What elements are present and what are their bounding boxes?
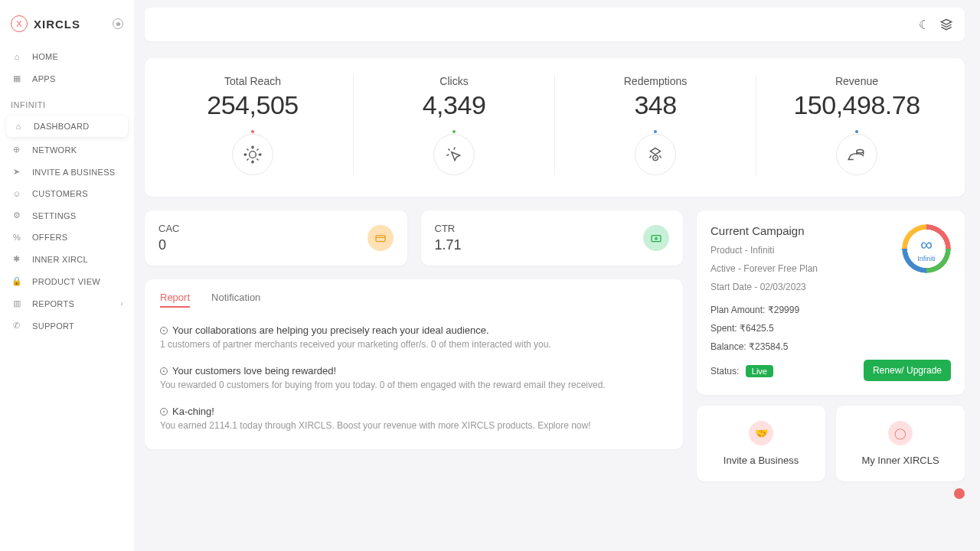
home-icon: ⌂ [11,52,23,61]
revenue-icon [836,134,877,175]
nav-offers[interactable]: %OFFERS [0,227,134,248]
redemptions-icon [635,134,676,175]
report-item: Your customers love being rewarded! You … [160,357,668,398]
svg-point-1 [250,152,256,158]
nav-home-label: HOME [32,52,58,61]
metric-revenue: Revenue 150,498.78 [756,75,957,175]
percent-icon: % [11,233,23,242]
metric-redemptions-value: 348 [563,90,748,120]
svg-line-14 [448,148,449,150]
nav-inner-xircl[interactable]: ✱INNER XIRCL [0,248,134,270]
layers-icon[interactable] [940,18,952,31]
chevron-right-icon: › [120,299,123,308]
nav-customers-label: CUSTOMERS [32,189,88,198]
svg-line-16 [446,155,449,155]
lock-icon: 🔒 [11,276,23,286]
help-badge-icon[interactable] [954,488,965,499]
metric-redemptions-label: Redemptions [563,75,748,87]
tab-notification[interactable]: Notification [211,292,260,308]
nav-home[interactable]: ⌂HOME [0,46,134,67]
nav-support-label: SUPPORT [32,321,74,331]
circle-icon: ◯ [888,421,913,445]
grid-icon: ▦ [11,73,23,83]
nav-apps-label: APPS [32,74,56,83]
campaign-card: Current Campaign Product - Infiniti Acti… [697,210,965,395]
right-column: Current Campaign Product - Infiniti Acti… [697,210,965,481]
svg-point-23 [655,237,658,240]
metric-clicks: Clicks 4,349 [354,75,555,175]
report-desc: 1 customers of partner merchants receive… [160,339,668,350]
chart-icon: ▥ [11,298,23,308]
nav-network[interactable]: ⊕NETWORK [0,139,134,161]
metrics-row: Total Reach 254,505 Clicks 4,349 Redempt… [145,58,965,197]
nav-section-header: INFINITI [0,90,134,114]
metric-clicks-value: 4,349 [361,90,547,120]
report-title: Ka-ching! [172,406,214,417]
theme-toggle-icon[interactable]: ☾ [919,18,929,32]
svg-rect-20 [376,236,385,242]
reports-card: Report Notification Your collaborations … [145,279,683,449]
nav-reports-label: REPORTS [32,299,74,308]
tab-report[interactable]: Report [160,292,190,308]
status-live-badge: Live [746,365,773,377]
svg-marker-0 [941,19,951,24]
inner-xircls-label: My Inner XIRCLS [844,455,957,466]
svg-line-9 [256,148,258,150]
nav-dashboard[interactable]: ⌂DASHBOARD [6,116,128,137]
report-item: Your collaborations are helping you prec… [160,317,668,357]
reach-icon [232,134,273,175]
metric-revenue-label: Revenue [764,75,949,87]
sidebar: X XIRCLS ⌂HOME ▦APPS INFINITI ⌂DASHBOARD… [0,0,134,551]
ctr-card: CTR 1.71 [421,210,684,266]
nav-settings[interactable]: ⚙SETTINGS [0,204,134,227]
nav-settings-label: SETTINGS [32,211,76,220]
renew-upgrade-button[interactable]: Renew/ Upgrade [864,360,951,381]
ctr-value: 1.71 [435,237,462,253]
metric-reach-value: 254,505 [160,90,345,120]
nav-product-view-label: PRODUCT VIEW [32,277,100,286]
svg-line-6 [247,148,248,150]
report-desc: You rewarded 0 customers for buying from… [160,380,668,390]
clicks-icon [433,134,475,175]
svg-line-8 [247,158,248,160]
reports-list[interactable]: Your collaborations are helping you prec… [160,317,680,439]
bullet-icon [160,367,168,375]
campaign-logo: ∞ Infiniti [902,224,951,273]
bullet-icon [160,327,168,334]
report-desc: You earned 2114.1 today through XIRCLS. … [160,420,668,431]
topbar: ☾ [145,8,965,41]
campaign-spent: Spent: ₹6425.5 [710,323,951,334]
invite-business-card[interactable]: 🤝 Invite a Business [697,406,825,481]
svg-line-7 [256,158,258,160]
nav-customers[interactable]: ☺CUSTOMERS [0,183,134,204]
main-content: ☾ Total Reach 254,505 Clicks 4,349 Redem… [134,0,980,551]
infinity-icon: ∞ [917,235,936,255]
tabs: Report Notification [160,290,680,308]
bullet-icon [160,408,168,416]
cac-card: CAC 0 [145,210,407,266]
brand-name: XIRCLS [34,18,80,31]
globe-icon: ⊕ [11,145,23,155]
report-title: Your customers love being rewarded! [172,365,336,377]
nav-reports[interactable]: ▥REPORTS› [0,292,134,315]
report-title: Your collaborations are helping you prec… [172,324,489,336]
gear-icon: ⚙ [11,210,23,220]
campaign-logo-label: Infiniti [917,255,936,262]
metric-clicks-label: Clicks [361,75,547,87]
inner-xircls-card[interactable]: ◯ My Inner XIRCLS [836,406,965,481]
nav-network-label: NETWORK [32,145,77,155]
report-item: Ka-ching! You earned 2114.1 today throug… [160,398,668,439]
nav-apps[interactable]: ▦APPS [0,67,134,90]
metric-reach: Total Reach 254,505 [152,75,354,175]
collapse-toggle-icon[interactable] [113,18,123,29]
metric-redemptions: Redemptions 348 [555,75,756,175]
nav-invite[interactable]: ➤INVITE A BUSINESS [0,161,134,183]
campaign-status-label: Status: [710,366,739,377]
nav-dashboard-label: DASHBOARD [34,122,89,131]
metric-revenue-value: 150,498.78 [764,90,949,120]
nav-product-view[interactable]: 🔒PRODUCT VIEW [0,270,134,292]
cac-value: 0 [158,237,179,253]
phone-icon: ✆ [11,321,23,331]
nav-support[interactable]: ✆SUPPORT [0,315,134,337]
link-icon: ✱ [11,254,23,264]
